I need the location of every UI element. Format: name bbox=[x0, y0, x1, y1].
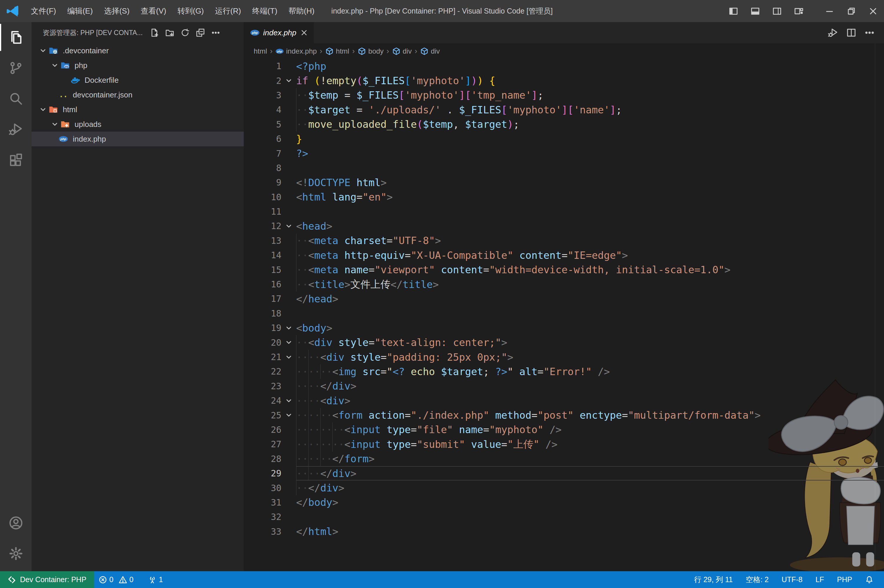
tree-item-index.php[interactable]: phpindex.php bbox=[32, 132, 244, 146]
more-icon[interactable] bbox=[860, 25, 879, 40]
ports-indicator[interactable]: 1 bbox=[143, 571, 168, 588]
breadcrumb-item-index.php[interactable]: phpindex.php bbox=[275, 47, 317, 56]
tab-index-php[interactable]: php index.php bbox=[244, 22, 314, 43]
activitybar-run-debug[interactable] bbox=[0, 114, 32, 145]
activitybar-explorer[interactable] bbox=[0, 22, 32, 53]
code-line-27[interactable]: 27········<input type="submit" value="上传… bbox=[244, 437, 884, 452]
code-line-18[interactable]: 18 bbox=[244, 306, 884, 321]
activitybar-settings[interactable] bbox=[0, 538, 32, 569]
tab-close-icon[interactable] bbox=[299, 28, 309, 38]
tree-item-uploads[interactable]: uploads bbox=[32, 117, 244, 132]
breadcrumb-item-body[interactable]: body bbox=[358, 47, 384, 56]
minimize-icon[interactable] bbox=[819, 6, 840, 16]
svg-text:php: php bbox=[65, 66, 68, 68]
code-line-11[interactable]: 11 bbox=[244, 204, 884, 219]
code-line-12[interactable]: 12<head> bbox=[244, 219, 884, 233]
status-LF[interactable]: LF bbox=[809, 571, 830, 588]
fold-chevron-icon[interactable] bbox=[281, 335, 296, 350]
fold-chevron-icon[interactable] bbox=[281, 393, 296, 408]
code-line-23[interactable]: 23····</div> bbox=[244, 379, 884, 393]
toggle-panel-icon[interactable] bbox=[744, 6, 766, 16]
code-line-4[interactable]: 4··$target = './uploads/' . $_FILES['myp… bbox=[244, 102, 884, 117]
code-line-19[interactable]: 19<body> bbox=[244, 321, 884, 335]
fold-chevron-icon[interactable] bbox=[281, 219, 296, 233]
menu-查看(V)[interactable]: 查看(V) bbox=[135, 0, 172, 22]
svg-text:php: php bbox=[252, 31, 258, 34]
code-line-10[interactable]: 10<html lang="en"> bbox=[244, 190, 884, 204]
line-number: 24 bbox=[244, 395, 281, 406]
code-line-8[interactable]: 8 bbox=[244, 161, 884, 175]
code-line-16[interactable]: 16··<title>文件上传</title> bbox=[244, 277, 884, 291]
code-line-31[interactable]: 31</body> bbox=[244, 495, 884, 510]
run-debug-icon[interactable] bbox=[824, 25, 842, 40]
code-line-3[interactable]: 3··$temp = $_FILES['myphoto']['tmp_name'… bbox=[244, 88, 884, 102]
new-file-icon[interactable] bbox=[147, 26, 162, 40]
gutter: 23 bbox=[244, 379, 296, 393]
code-line-28[interactable]: 28······</form> bbox=[244, 452, 884, 466]
code-line-21[interactable]: 21····<div style="padding: 25px 0px;"> bbox=[244, 350, 884, 364]
breadcrumb-item-html[interactable]: html bbox=[325, 47, 349, 56]
fold-chevron-icon[interactable] bbox=[281, 321, 296, 335]
bell-icon[interactable] bbox=[858, 571, 880, 588]
code-line-7[interactable]: 7?> bbox=[244, 146, 884, 160]
code-line-5[interactable]: 5··move_uploaded_file($temp, $target); bbox=[244, 117, 884, 132]
code-line-2[interactable]: 2if (!empty($_FILES['myphoto'])) { bbox=[244, 74, 884, 88]
fold-chevron-icon[interactable] bbox=[281, 408, 296, 422]
fold-chevron-icon[interactable] bbox=[281, 350, 296, 364]
customize-layout-icon[interactable] bbox=[788, 6, 810, 16]
close-icon[interactable] bbox=[862, 6, 884, 16]
indent-guide bbox=[296, 248, 296, 262]
code-line-15[interactable]: 15··<meta name="viewport" content="width… bbox=[244, 262, 884, 277]
toggle-sidebar-icon[interactable] bbox=[723, 6, 744, 16]
code-line-24[interactable]: 24····<div> bbox=[244, 393, 884, 408]
more-icon[interactable] bbox=[208, 26, 223, 40]
collapse-all-icon[interactable] bbox=[193, 26, 208, 40]
code-line-6[interactable]: 6} bbox=[244, 132, 884, 146]
activitybar-source-control[interactable] bbox=[0, 53, 32, 83]
tree-item-php[interactable]: phpphp bbox=[32, 58, 244, 73]
code-line-9[interactable]: 9<!DOCTYPE html> bbox=[244, 175, 884, 190]
code-line-29[interactable]: 29····</div> bbox=[244, 466, 884, 480]
activitybar-extensions[interactable] bbox=[0, 145, 32, 175]
fold-chevron-icon[interactable] bbox=[281, 74, 296, 88]
code-line-17[interactable]: 17</head> bbox=[244, 291, 884, 306]
menu-终端(T)[interactable]: 终端(T) bbox=[247, 0, 283, 22]
remote-indicator[interactable]: Dev Container: PHP bbox=[0, 571, 94, 588]
menu-选择(S)[interactable]: 选择(S) bbox=[98, 0, 135, 22]
code-area[interactable]: 1<?php2if (!empty($_FILES['myphoto'])) {… bbox=[244, 59, 884, 539]
breadcrumb-item-div[interactable]: div bbox=[392, 47, 412, 56]
code-line-20[interactable]: 20··<div style="text-align: center;"> bbox=[244, 335, 884, 350]
menu-转到(G)[interactable]: 转到(G) bbox=[172, 0, 209, 22]
tree-item-Dockerfile[interactable]: Dockerfile bbox=[32, 73, 244, 87]
code-line-1[interactable]: 1<?php bbox=[244, 59, 884, 74]
code-line-13[interactable]: 13··<meta charset="UTF-8"> bbox=[244, 234, 884, 248]
code-line-33[interactable]: 33</html> bbox=[244, 524, 884, 539]
status-PHP[interactable]: PHP bbox=[831, 571, 858, 588]
menu-帮助(H)[interactable]: 帮助(H) bbox=[283, 0, 320, 22]
code-line-25[interactable]: 25······<form action="./index.php" metho… bbox=[244, 408, 884, 422]
menu-文件(F)[interactable]: 文件(F) bbox=[26, 0, 62, 22]
status-UTF-8[interactable]: UTF-8 bbox=[775, 571, 809, 588]
refresh-icon[interactable] bbox=[177, 26, 193, 40]
new-folder-icon[interactable] bbox=[162, 26, 177, 40]
status-行 29, 列 11[interactable]: 行 29, 列 11 bbox=[687, 571, 739, 588]
status-空格: 2[interactable]: 空格: 2 bbox=[739, 571, 775, 588]
problems-indicator[interactable]: 0 0 bbox=[94, 571, 138, 588]
activitybar-search[interactable] bbox=[0, 83, 32, 114]
activitybar-account[interactable] bbox=[0, 508, 32, 538]
menu-编辑(E)[interactable]: 编辑(E) bbox=[62, 0, 98, 22]
tree-item-devcontainer.json[interactable]: {..}devcontainer.json bbox=[32, 87, 244, 102]
menu-运行(R)[interactable]: 运行(R) bbox=[209, 0, 247, 22]
code-line-30[interactable]: 30··</div> bbox=[244, 480, 884, 495]
code-line-14[interactable]: 14··<meta http-equiv="X-UA-Compatible" c… bbox=[244, 248, 884, 262]
toggle-secondary-sidebar-icon[interactable] bbox=[766, 6, 788, 16]
code-line-26[interactable]: 26········<input type="file" name="mypho… bbox=[244, 423, 884, 437]
code-line-32[interactable]: 32 bbox=[244, 510, 884, 524]
tree-item-.devcontainer[interactable]: .devcontainer bbox=[32, 43, 244, 58]
code-line-22[interactable]: 22······<img src="<? echo $target; ?>" a… bbox=[244, 364, 884, 379]
split-editor-icon[interactable] bbox=[842, 25, 860, 40]
breadcrumb-item-div[interactable]: div bbox=[420, 47, 440, 56]
tree-item-html[interactable]: html bbox=[32, 102, 244, 117]
restore-icon[interactable] bbox=[840, 6, 862, 16]
breadcrumb-item-html[interactable]: html bbox=[254, 47, 267, 56]
